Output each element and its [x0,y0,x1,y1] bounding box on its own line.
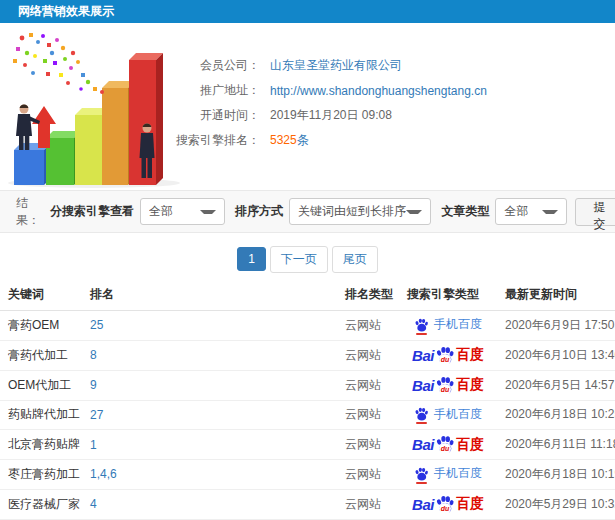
account-fields: 会员公司： 山东皇圣堂药业有限公司 推广地址： http://www.shand… [160,53,600,153]
updated-time-cell: 2020年6月9日 17:50 [497,311,615,341]
engine-select[interactable]: 全部 [140,198,225,225]
keyword-cell: 膏药代加工 [0,340,82,370]
engine-cell: 手机百度 [399,460,497,490]
result-label: 结果： [16,195,40,229]
rank-count-value: 5325 [270,133,297,147]
engine-cell: Bai du 百度 [399,370,497,400]
confetti [13,33,104,94]
rank-type-cell: 云网站 [337,311,399,341]
promo-url-label: 推广地址： [160,82,260,99]
caret-down-icon [542,210,558,214]
updated-time-cell: 2020年5月29日 10:32 [497,489,615,519]
updated-time-cell: 2020年6月5日 14:57 [497,370,615,400]
article-type-label: 文章类型 [441,203,489,220]
baidu-paw-icon [414,467,429,481]
keyword-cell: OEM代加工 [0,370,82,400]
updated-time-cell: 2020年6月10日 13:40 [497,340,615,370]
baidu-logo: Bai du 百度 [412,435,484,454]
header-rank: 排名 [82,278,337,311]
rank-type-cell: 云网站 [337,460,399,490]
rank-count-unit: 条 [297,133,309,147]
pagination: 1下一页尾页 [0,246,615,273]
keyword-cell: 膏药OEM [0,311,82,341]
baidu-logo: Bai du 百度 [412,346,484,365]
rank-type-cell: 云网站 [337,489,399,519]
rank-count-row: 搜索引擎排名： 5325条 [160,128,600,153]
open-time-value: 2019年11月20日 09:08 [270,107,392,124]
table-row: 药贴牌代加工 27 云网站 手机百度 2020年6月18日 10:25 [0,400,615,430]
page-title: 网络营销效果展示 [0,0,615,23]
keyword-cell: 北京膏药贴牌 [0,430,82,460]
keyword-cell: 医疗器械厂家 [0,489,82,519]
keyword-cell: 枣庄膏药加工 [0,460,82,490]
rank-type-cell: 云网站 [337,370,399,400]
header-updated: 最新更新时间 [497,278,615,311]
engine-cell: Bai du 百度 [399,489,497,519]
updated-time-cell: 2020年6月18日 10:25 [497,400,615,430]
filter-controls: 分搜索引擎查看 全部 排序方式 关键词由短到长排序 文章类型 全部 提交 [40,198,615,226]
open-time-label: 开通时间： [160,107,260,124]
rank-type-cell: 云网站 [337,430,399,460]
table-row: 医疗器械厂家 4 云网站 Bai du 百度 2020年5月29日 10:32 [0,489,615,519]
mobile-baidu-logo: 手机百度 [414,406,482,423]
rank-link[interactable]: 4 [82,489,337,519]
article-type-select[interactable]: 全部 [495,198,567,225]
table-row: 枣庄膏药加工 1,4,6 云网站 手机百度 2020年6月18日 10:19 [0,460,615,490]
baidu-logo: Bai du 百度 [412,376,484,395]
header-keyword: 关键词 [0,278,82,311]
table-row: 北京膏药贴牌 1 云网站 Bai du 百度 2020年6月11日 11:18 [0,430,615,460]
updated-time-cell: 2020年6月18日 10:19 [497,460,615,490]
caret-down-icon [406,210,422,214]
header-rank-type: 排名类型 [337,278,399,311]
company-row: 会员公司： 山东皇圣堂药业有限公司 [160,53,600,78]
baidu-logo: Bai du 百度 [412,495,484,514]
rank-link[interactable]: 1,4,6 [82,460,337,490]
engine-cell: Bai du 百度 [399,430,497,460]
keyword-cell: 药贴牌代加工 [0,400,82,430]
rank-link[interactable]: 27 [82,400,337,430]
info-section: 会员公司： 山东皇圣堂药业有限公司 推广地址： http://www.shand… [0,23,615,190]
table-row: OEM代加工 9 云网站 Bai du 百度 2020年6月5日 14:57 [0,370,615,400]
updated-time-cell: 2020年6月11日 11:18 [497,430,615,460]
rank-link[interactable]: 25 [82,311,337,341]
rank-type-cell: 云网站 [337,400,399,430]
rank-link[interactable]: 9 [82,370,337,400]
rank-count-label: 搜索引擎排名： [160,132,260,149]
engine-cell: 手机百度 [399,311,497,341]
sort-select[interactable]: 关键词由短到长排序 [289,198,431,225]
engine-cell: 手机百度 [399,400,497,430]
baidu-paw-icon: du [435,495,455,514]
mobile-baidu-logo: 手机百度 [414,316,482,333]
rank-type-cell: 云网站 [337,340,399,370]
bar-chart-illustration [2,30,184,188]
promo-url-link[interactable]: http://www.shandonghuangshengtang.cn [270,84,487,98]
open-time-row: 开通时间： 2019年11月20日 09:08 [160,103,600,128]
header-engine-type: 搜索引擎类型 [399,278,497,311]
page-1-button[interactable]: 1 [237,247,266,271]
baidu-paw-icon [414,318,429,332]
engine-cell: Bai du 百度 [399,340,497,370]
baidu-paw-icon: du [435,346,455,365]
promo-url-row: 推广地址： http://www.shandonghuangshengtang.… [160,78,600,103]
table-header-row: 关键词 排名 排名类型 搜索引擎类型 最新更新时间 [0,278,615,311]
filter-bar: 结果： 分搜索引擎查看 全部 排序方式 关键词由短到长排序 文章类型 全部 提交 [0,190,615,233]
submit-button[interactable]: 提交 [575,198,615,226]
engine-filter-label: 分搜索引擎查看 [50,203,134,220]
results-table: 关键词 排名 排名类型 搜索引擎类型 最新更新时间 膏药OEM 25 云网站 手… [0,278,615,520]
company-link[interactable]: 山东皇圣堂药业有限公司 [270,57,402,74]
baidu-paw-icon [414,407,429,421]
baidu-paw-icon: du [435,376,455,395]
rank-link[interactable]: 1 [82,430,337,460]
table-row: 膏药代加工 8 云网站 Bai du 百度 2020年6月10日 13:40 [0,340,615,370]
sort-filter-label: 排序方式 [235,203,283,220]
table-row: 膏药OEM 25 云网站 手机百度 2020年6月9日 17:50 [0,311,615,341]
company-label: 会员公司： [160,57,260,74]
caret-down-icon [200,210,216,214]
rank-link[interactable]: 8 [82,340,337,370]
baidu-paw-icon: du [435,435,455,454]
next-page-button[interactable]: 下一页 [270,246,328,273]
mobile-baidu-logo: 手机百度 [414,465,482,482]
marketing-report-page: 网络营销效果展示 [0,0,615,520]
last-page-button[interactable]: 尾页 [332,246,378,273]
